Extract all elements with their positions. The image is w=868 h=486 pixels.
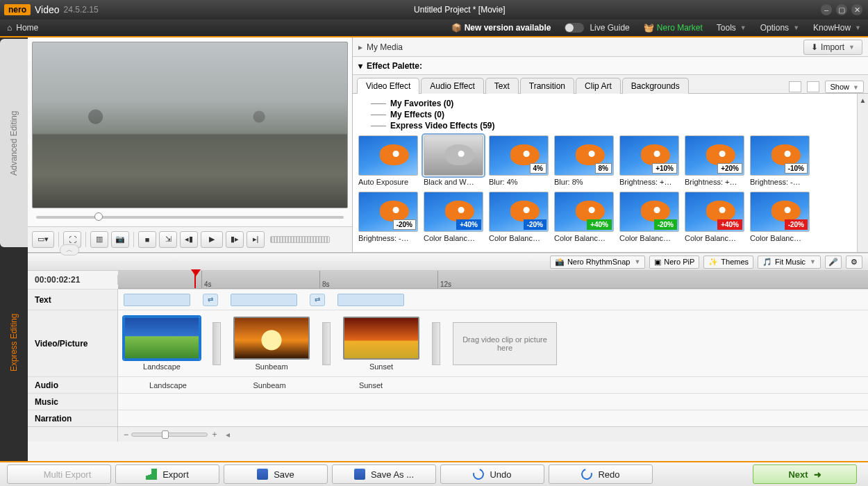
- clip-bracket[interactable]: [212, 322, 221, 365]
- options-menu[interactable]: Options▼: [753, 23, 806, 33]
- text-lane[interactable]: ⇄ ⇄: [118, 290, 868, 310]
- timeline: 00:00:02:21 4s 8s 12s Text ⇄ ⇄: [28, 271, 868, 461]
- timeline-clip[interactable]: Sunset: [343, 317, 419, 371]
- effect-item[interactable]: +20%Brightness: +…: [685, 135, 744, 186]
- effect-palette-header[interactable]: ▾ Effect Palette:: [353, 57, 868, 75]
- live-guide-toggle[interactable]: Live Guide: [558, 23, 636, 33]
- new-version-button[interactable]: 📦 New version available: [444, 23, 558, 33]
- effect-item[interactable]: +10%Brightness: +…: [619, 135, 679, 186]
- clip-bracket[interactable]: [432, 322, 440, 365]
- goto-end-button[interactable]: ▸|: [247, 231, 265, 248]
- effect-item[interactable]: -20%Brightness: -…: [358, 192, 418, 242]
- zoom-slider[interactable]: [131, 433, 208, 437]
- tab-audio-effect[interactable]: Audio Effect: [421, 78, 484, 94]
- save-button[interactable]: Save: [224, 464, 328, 484]
- playhead[interactable]: [194, 271, 196, 288]
- loop-button[interactable]: ⇲: [159, 231, 177, 248]
- themes-button[interactable]: ✨Themes: [703, 255, 753, 269]
- pip-button[interactable]: ▣Nero PiP: [649, 255, 699, 269]
- music-lane[interactable]: [118, 398, 868, 406]
- view-list-button[interactable]: [807, 81, 819, 92]
- mic-icon: 🎤: [828, 258, 838, 267]
- zoom-in-icon[interactable]: ＋: [210, 428, 219, 440]
- tab-text[interactable]: Text: [485, 78, 519, 94]
- scroll-up-icon[interactable]: ▲: [860, 97, 867, 104]
- multi-export-button[interactable]: Multi Export: [7, 464, 111, 484]
- expand-timeline-button[interactable]: ︿: [60, 244, 79, 255]
- rhythmsnap-button[interactable]: 📸Nero RhythmSnap▼: [550, 255, 645, 269]
- window-minimize-button[interactable]: –: [821, 4, 832, 15]
- timeline-clip[interactable]: Landscape: [124, 317, 200, 371]
- window-maximize-button[interactable]: ▢: [836, 4, 847, 15]
- export-button[interactable]: Export: [115, 464, 219, 484]
- timeline-ruler[interactable]: 4s 8s 12s: [118, 271, 868, 289]
- drop-target[interactable]: Drag video clip or picture here: [453, 322, 557, 365]
- clip-bracket[interactable]: [322, 322, 331, 365]
- step-back-button[interactable]: ◂▮: [180, 231, 198, 248]
- window-close-button[interactable]: ✕: [851, 4, 862, 15]
- import-button[interactable]: ⬇ Import ▼: [803, 40, 862, 55]
- effect-item[interactable]: +40%Color Balanc…: [554, 192, 614, 242]
- knowhow-menu[interactable]: KnowHow▼: [806, 23, 868, 33]
- next-button[interactable]: Next➜: [753, 464, 857, 484]
- tab-clip-art[interactable]: Clip Art: [576, 78, 621, 94]
- audio-lane[interactable]: LandscapeSunbeamSunset: [118, 377, 868, 394]
- effect-item[interactable]: +40%Color Balanc…: [685, 192, 744, 242]
- undo-button[interactable]: Undo: [440, 464, 544, 484]
- my-media-header[interactable]: ▸ My Media ⬇ Import ▼: [353, 37, 868, 57]
- text-segment[interactable]: [337, 294, 404, 306]
- timeline-zoom[interactable]: − ＋ ◂: [118, 428, 230, 440]
- tree-express-effects[interactable]: Express Video Effects (59): [371, 120, 857, 131]
- tab-transition[interactable]: Transition: [520, 78, 574, 94]
- show-dropdown[interactable]: Show ▼: [825, 81, 864, 93]
- effect-item[interactable]: -10%Brightness: -…: [750, 135, 810, 186]
- layout-button[interactable]: ▥: [90, 231, 108, 248]
- redo-button[interactable]: Redo: [549, 464, 653, 484]
- tools-menu[interactable]: Tools▼: [710, 23, 753, 33]
- effect-tab-strip: Video Effect Audio Effect Text Transitio…: [353, 75, 868, 94]
- display-menu-button[interactable]: ▭▾: [32, 231, 54, 248]
- tab-express-editing[interactable]: Express Editing: [0, 249, 28, 436]
- side-tab-strip: Advanced Editing Express Editing: [0, 37, 28, 461]
- effect-item[interactable]: Black and W…: [424, 135, 483, 186]
- effect-scrollbar[interactable]: ▲: [857, 94, 868, 252]
- mic-button[interactable]: 🎤: [825, 255, 842, 269]
- effect-item[interactable]: -20%Color Balanc…: [619, 192, 679, 242]
- text-segment[interactable]: [231, 294, 297, 306]
- fit-music-button[interactable]: 🎵Fit Music▼: [758, 255, 821, 269]
- settings-small-button[interactable]: ⚙: [846, 255, 862, 269]
- effect-item[interactable]: 4%Blur: 4%: [489, 135, 549, 186]
- timeline-clip[interactable]: Sunbeam: [233, 317, 310, 371]
- play-button[interactable]: ▶: [201, 231, 223, 248]
- effect-item[interactable]: -20%Color Balanc…: [489, 192, 549, 242]
- effect-item[interactable]: +40%Color Balanc…: [424, 192, 483, 242]
- tab-advanced-editing[interactable]: Advanced Editing: [0, 39, 28, 247]
- app-name: Video: [35, 4, 60, 15]
- view-grid-button[interactable]: [789, 81, 801, 92]
- transition-chip[interactable]: ⇄: [310, 294, 325, 306]
- stop-button[interactable]: ■: [138, 231, 156, 248]
- video-lane[interactable]: LandscapeSunbeamSunsetDrag video clip or…: [118, 312, 868, 375]
- effect-item[interactable]: Auto Exposure: [358, 135, 418, 186]
- camera-icon: 📸: [555, 258, 565, 267]
- effect-item[interactable]: 8%Blur: 8%: [554, 135, 614, 186]
- text-segment[interactable]: [124, 294, 190, 306]
- nero-market-button[interactable]: 🧺 Nero Market: [637, 23, 710, 33]
- chevron-left-icon[interactable]: ◂: [226, 430, 230, 439]
- save-as-button[interactable]: Save As ...: [332, 464, 436, 484]
- narration-lane[interactable]: [118, 414, 868, 423]
- tab-backgrounds[interactable]: Backgrounds: [622, 78, 689, 94]
- transition-chip[interactable]: ⇄: [203, 294, 218, 306]
- zoom-out-icon[interactable]: −: [124, 430, 128, 439]
- home-button[interactable]: ⌂ Home: [0, 23, 45, 33]
- jog-dial[interactable]: [270, 236, 330, 243]
- snapshot-button[interactable]: 📷: [111, 231, 129, 248]
- step-forward-button[interactable]: ▮▸: [226, 231, 244, 248]
- tree-my-effects[interactable]: My Effects (0): [371, 109, 857, 120]
- preview-seek-slider[interactable]: [28, 208, 352, 226]
- tree-favorites[interactable]: My Favorites (0): [371, 98, 857, 109]
- tab-video-effect[interactable]: Video Effect: [357, 78, 419, 94]
- preview-viewport[interactable]: [32, 42, 348, 208]
- market-icon: 🧺: [644, 23, 654, 33]
- effect-item[interactable]: -20%Color Balanc…: [750, 192, 810, 242]
